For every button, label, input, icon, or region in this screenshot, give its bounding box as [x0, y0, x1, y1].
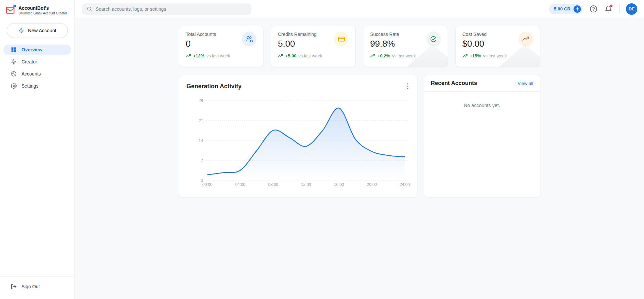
log-out-icon [11, 284, 17, 290]
svg-text:00:00: 00:00 [202, 182, 212, 187]
notification-dot [610, 4, 613, 7]
empty-state-text: No accounts yet. [424, 92, 540, 108]
stat-card-success-rate: Success Rate 99.8% [363, 26, 448, 67]
sign-out-label: Sign Out [21, 284, 40, 289]
svg-text:12:00: 12:00 [301, 182, 311, 187]
svg-text:08:00: 08:00 [268, 182, 278, 187]
mail-logo-icon [6, 6, 15, 15]
stat-delta-note: vs last week [206, 53, 230, 58]
brand: AccountBot's Unlimited Gmail Account Cre… [0, 0, 75, 19]
generation-activity-chart: 0714212800:0004:0008:0012:0016:0020:0024… [187, 93, 410, 193]
stat-value: $0.00 [462, 39, 487, 49]
chart-menu-button[interactable] [406, 82, 410, 91]
sidebar-item-label: Creator [21, 59, 37, 64]
view-all-link[interactable]: View all [517, 81, 533, 86]
help-button[interactable] [589, 5, 598, 13]
sidebar-item-creator[interactable]: Creator [3, 57, 71, 67]
stat-delta-note: vs last week [483, 53, 507, 58]
main-area: 5.00 CR [75, 0, 644, 299]
lightning-icon [18, 28, 24, 34]
new-account-button[interactable]: New Account [7, 23, 68, 38]
gear-icon [11, 83, 17, 89]
lightning-icon [11, 59, 17, 65]
recent-accounts-title: Recent Accounts [431, 80, 477, 87]
panels-row: Generation Activity 0714212800:0004:0008… [179, 75, 540, 198]
brand-tagline: Unlimited Gmail Account Creator [18, 11, 67, 15]
stat-trend: +12% vs last week [186, 53, 257, 58]
trend-up-icon [370, 54, 376, 58]
stat-delta: +12% [193, 53, 205, 58]
sidebar-item-label: Settings [21, 83, 39, 89]
stat-trend: +15% vs last week [462, 53, 533, 58]
app-root: AccountBot's Unlimited Gmail Account Cre… [0, 0, 644, 299]
credits-label: 5.00 CR [554, 6, 571, 11]
stat-value: 99.8% [370, 39, 399, 49]
stat-trend: +0.2% vs last week [370, 53, 441, 58]
sidebar-item-accounts[interactable]: Accounts [3, 69, 71, 79]
chart-title: Generation Activity [187, 83, 242, 90]
recent-accounts-card: Recent Accounts View all No accounts yet… [424, 75, 540, 198]
users-icon [242, 32, 256, 46]
sidebar-footer: Sign Out [0, 277, 75, 299]
stat-card-credits-remaining: Credits Remaining 5.00 [271, 26, 356, 67]
notifications-button[interactable] [604, 5, 613, 13]
credits-balance-button[interactable]: 5.00 CR [549, 4, 583, 14]
stat-title: Credits Remaining [278, 32, 316, 37]
stat-delta-note: vs last week [298, 53, 322, 58]
topbar-actions: 5.00 CR [549, 3, 637, 15]
credit-card-icon [334, 32, 349, 46]
stat-delta: +15% [470, 53, 481, 58]
kebab-menu-icon [407, 83, 408, 89]
stat-card-total-accounts: Total Accounts 0 [179, 26, 264, 67]
svg-text:20:00: 20:00 [366, 182, 377, 187]
search-box [82, 3, 251, 15]
stat-card-cost-saved: Cost Saved $0.00 [455, 26, 540, 67]
check-circle-icon [426, 32, 441, 46]
sidebar-item-settings[interactable]: Settings [3, 81, 71, 91]
stat-value: 5.00 [278, 39, 316, 49]
brand-name: AccountBot's [18, 5, 67, 11]
trend-up-icon [462, 54, 468, 58]
stat-delta-note: vs last week [392, 53, 416, 58]
stat-delta: +5.00 [285, 53, 296, 58]
svg-text:24:00: 24:00 [399, 182, 409, 187]
add-credits-icon[interactable] [574, 5, 581, 13]
brand-text: AccountBot's Unlimited Gmail Account Cre… [18, 5, 67, 15]
sidebar-nav: Overview Creator Accounts Settings [0, 45, 75, 91]
svg-text:16:00: 16:00 [334, 182, 344, 187]
stat-delta: +0.2% [378, 53, 390, 58]
stat-title: Total Accounts [186, 32, 216, 37]
sidebar-item-label: Overview [21, 47, 42, 52]
svg-text:7: 7 [201, 158, 203, 163]
sidebar: AccountBot's Unlimited Gmail Account Cre… [0, 0, 75, 299]
svg-text:04:00: 04:00 [235, 182, 245, 187]
svg-text:21: 21 [198, 118, 203, 123]
history-icon [11, 71, 17, 77]
generation-activity-card: Generation Activity 0714212800:0004:0008… [179, 75, 417, 198]
stats-row: Total Accounts 0 [179, 26, 540, 67]
stat-value: 0 [186, 39, 216, 49]
topbar: 5.00 CR [75, 0, 644, 18]
avatar[interactable]: DE [626, 3, 637, 15]
stat-trend: +5.00 vs last week [278, 53, 349, 58]
sidebar-item-overview[interactable]: Overview [3, 45, 71, 55]
svg-text:28: 28 [198, 98, 203, 103]
stat-title: Cost Saved [462, 32, 487, 37]
topbar-divider [619, 5, 620, 13]
help-icon [590, 5, 597, 13]
dashboard-grid-icon [11, 47, 17, 53]
trend-up-icon [186, 54, 191, 58]
search-icon [87, 6, 92, 12]
sign-out-button[interactable]: Sign Out [3, 282, 71, 292]
new-account-label: New Account [28, 28, 56, 33]
stat-title: Success Rate [370, 32, 399, 37]
sidebar-item-label: Accounts [21, 71, 41, 77]
content: Total Accounts 0 [75, 18, 644, 299]
search-input[interactable] [96, 6, 247, 12]
brand-status-dot [13, 5, 16, 7]
trending-up-icon [518, 32, 533, 46]
trend-up-icon [278, 54, 283, 58]
svg-text:14: 14 [198, 138, 203, 143]
